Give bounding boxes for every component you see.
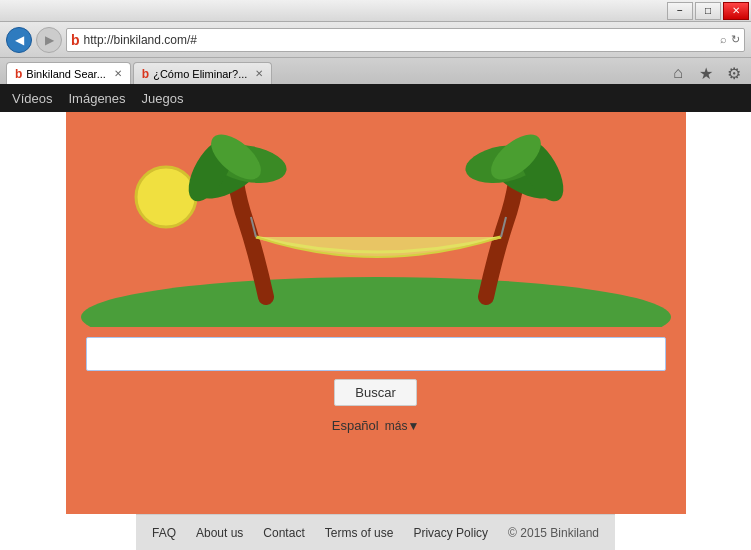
tab-logo: b — [15, 67, 22, 81]
browser-chrome: ◀ ▶ b http://binkiland.com/# ⌕ ↻ — [0, 22, 751, 58]
nav-menu: Vídeos Imágenes Juegos — [0, 84, 751, 112]
tab-binkiland[interactable]: b Binkiland Sear... ✕ — [6, 62, 131, 84]
beach-illustration — [81, 122, 671, 327]
home-icon[interactable]: ⌂ — [667, 62, 689, 84]
settings-icon[interactable]: ⚙ — [723, 62, 745, 84]
footer-terms[interactable]: Terms of use — [325, 526, 394, 540]
search-button[interactable]: Buscar — [334, 379, 416, 406]
tab-close-icon[interactable]: ✕ — [114, 68, 122, 79]
refresh-icon[interactable]: ↻ — [731, 33, 740, 46]
search-input-wrapper — [86, 337, 666, 371]
search-input[interactable] — [86, 337, 666, 371]
footer: FAQ About us Contact Terms of use Privac… — [136, 514, 615, 550]
titlebar: − □ ✕ — [0, 0, 751, 22]
address-icons: ⌕ ↻ — [720, 33, 740, 46]
footer-contact[interactable]: Contact — [263, 526, 304, 540]
tab-label-2: ¿Cómo Eliminar?... — [153, 68, 247, 80]
main-content: Buscar Español más▼ — [66, 112, 686, 514]
favorites-icon[interactable]: ★ — [695, 62, 717, 84]
language-label: Español — [332, 418, 379, 433]
search-icon[interactable]: ⌕ — [720, 33, 727, 46]
nav-imagenes[interactable]: Imágenes — [68, 91, 125, 106]
search-area: Buscar Español más▼ — [76, 337, 676, 433]
tab-close-icon-2[interactable]: ✕ — [255, 68, 263, 79]
footer-about[interactable]: About us — [196, 526, 243, 540]
footer-copyright: © 2015 Binkiland — [508, 526, 599, 540]
address-text: http://binkiland.com/# — [84, 33, 716, 47]
language-row: Español más▼ — [332, 418, 420, 433]
svg-point-0 — [81, 277, 671, 327]
tab-label: Binkiland Sear... — [26, 68, 106, 80]
browser-window: − □ ✕ ◀ ▶ b http://binkiland.com/# ⌕ ↻ b… — [0, 0, 751, 550]
maximize-button[interactable]: □ — [695, 2, 721, 20]
toolbar-right: ⌂ ★ ⚙ — [667, 62, 745, 84]
titlebar-buttons: − □ ✕ — [667, 2, 749, 20]
back-button[interactable]: ◀ — [6, 27, 32, 53]
footer-privacy[interactable]: Privacy Policy — [413, 526, 488, 540]
tab-logo-2: b — [142, 67, 149, 81]
address-bar[interactable]: b http://binkiland.com/# ⌕ ↻ — [66, 28, 745, 52]
tab-como-eliminar[interactable]: b ¿Cómo Eliminar?... ✕ — [133, 62, 272, 84]
footer-faq[interactable]: FAQ — [152, 526, 176, 540]
language-more-dropdown[interactable]: más▼ — [385, 419, 420, 433]
tabs-bar: b Binkiland Sear... ✕ b ¿Cómo Eliminar?.… — [0, 58, 751, 84]
nav-juegos[interactable]: Juegos — [142, 91, 184, 106]
sun — [136, 167, 196, 227]
forward-button[interactable]: ▶ — [36, 27, 62, 53]
browser-logo: b — [71, 32, 80, 48]
close-button[interactable]: ✕ — [723, 2, 749, 20]
minimize-button[interactable]: − — [667, 2, 693, 20]
nav-videos[interactable]: Vídeos — [12, 91, 52, 106]
content-area: Buscar Español más▼ FAQ About us Contact… — [0, 112, 751, 550]
